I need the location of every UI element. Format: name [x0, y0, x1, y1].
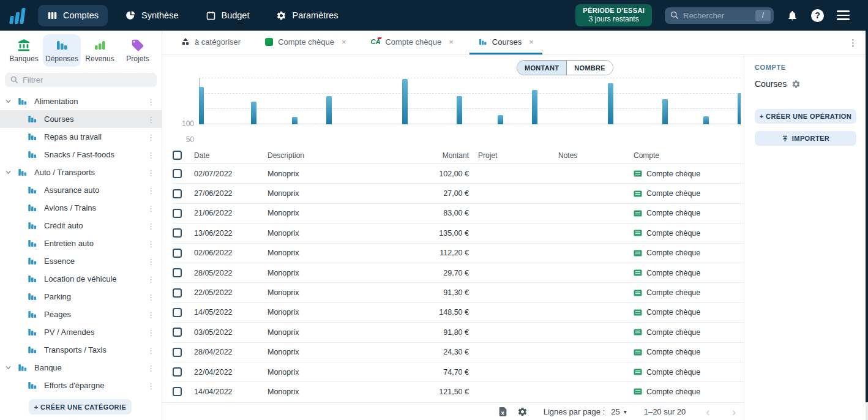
nav-synthese[interactable]: Synthèse [116, 5, 187, 26]
create-category-button[interactable]: + CRÉER UNE CATÉGORIE [29, 399, 132, 414]
tree-kebab-icon[interactable]: ⋮ [147, 293, 155, 301]
sidebar-category-item[interactable]: Entretien auto ⋮ [0, 234, 162, 252]
chevron-down-icon[interactable] [6, 99, 11, 104]
sidebar-tab-revenus[interactable]: Revenus [81, 34, 119, 67]
columns-icon [47, 10, 58, 21]
sidebar-category-item[interactable]: Avions / Trains ⋮ [0, 199, 162, 217]
sidebar-tab-projets[interactable]: Projets [119, 34, 157, 67]
table-row[interactable]: 02/07/2022 Monoprix 102,00 € Compte chèq… [173, 163, 744, 183]
sidebar-category-item[interactable]: Assurance auto ⋮ [0, 181, 162, 199]
chevron-down-icon[interactable] [6, 365, 11, 370]
help-icon[interactable]: ? [811, 9, 824, 22]
account-settings-gear-icon[interactable] [791, 80, 801, 89]
scrollbar-track[interactable] [866, 31, 868, 402]
app-logo[interactable] [10, 7, 24, 24]
tab-compte-cheque-1[interactable]: Compte chèque × [256, 31, 354, 54]
sidebar-category-item[interactable]: Banque ⋮ [0, 359, 162, 377]
import-button[interactable]: IMPORTER [755, 131, 856, 146]
row-checkbox[interactable] [173, 288, 182, 298]
nav-comptes[interactable]: Comptes [38, 5, 108, 26]
nav-parametres[interactable]: Paramètres [267, 5, 347, 26]
sidebar-tab-banques[interactable]: Banques [5, 34, 43, 67]
tree-kebab-icon[interactable]: ⋮ [147, 115, 155, 123]
tab-compte-cheque-2[interactable]: CA Compte chèque × [362, 31, 462, 54]
nav-budget[interactable]: Budget [196, 5, 259, 26]
sidebar-category-item[interactable]: Courses ⋮ [0, 110, 162, 128]
row-checkbox[interactable] [173, 249, 182, 258]
table-row[interactable]: 28/04/2022 Monoprix 24,30 € Compte chèqu… [173, 342, 744, 362]
hamburger-menu-icon[interactable] [837, 10, 850, 20]
close-icon[interactable]: × [449, 37, 454, 47]
global-search[interactable]: / [665, 7, 774, 24]
bell-icon[interactable] [787, 10, 798, 21]
sidebar-category-item[interactable]: Efforts d'épargne ⋮ [0, 377, 162, 394]
sidebar-category-item[interactable]: PV / Amendes ⋮ [0, 323, 162, 341]
tree-kebab-icon[interactable]: ⋮ [147, 151, 155, 159]
tab-bar-kebab-icon[interactable]: ⋮ [848, 37, 858, 48]
category-bars-icon [478, 37, 487, 47]
sidebar-category-item[interactable]: Péages ⋮ [0, 306, 162, 323]
export-file-icon[interactable] [498, 407, 507, 417]
create-operation-button[interactable]: + CRÉER UNE OPÉRATION [755, 109, 856, 124]
sidebar-category-item[interactable]: Crédit auto ⋮ [0, 217, 162, 234]
close-icon[interactable]: × [529, 37, 534, 47]
tree-kebab-icon[interactable]: ⋮ [147, 222, 155, 230]
table-row[interactable]: 27/06/2022 Monoprix 27,00 € Compte chèqu… [173, 183, 744, 203]
table-row[interactable]: 14/04/2022 Monoprix 121,50 € Compte chèq… [173, 381, 744, 401]
row-checkbox[interactable] [173, 268, 182, 277]
trial-badge[interactable]: PÉRIODE D'ESSAI 3 jours restants [575, 4, 652, 27]
tree-kebab-icon[interactable]: ⋮ [147, 204, 155, 212]
sidebar-category-item[interactable]: Alimentation ⋮ [0, 92, 162, 110]
tree-kebab-icon[interactable]: ⋮ [147, 364, 155, 372]
tree-kebab-icon[interactable]: ⋮ [147, 328, 155, 336]
tree-kebab-icon[interactable]: ⋮ [147, 168, 155, 176]
sidebar-tab-depenses[interactable]: Dépenses [43, 34, 81, 67]
select-all-checkbox[interactable] [173, 151, 182, 160]
table-row[interactable]: 22/05/2022 Monoprix 91,30 € Compte chèqu… [173, 282, 744, 302]
table-row[interactable]: 02/06/2022 Monoprix 112,20 € Compte chèq… [173, 243, 744, 263]
row-checkbox[interactable] [173, 367, 182, 377]
tree-kebab-icon[interactable]: ⋮ [147, 97, 155, 105]
tree-kebab-icon[interactable]: ⋮ [147, 275, 155, 283]
row-checkbox[interactable] [173, 308, 182, 317]
tree-kebab-icon[interactable]: ⋮ [147, 381, 155, 389]
table-row[interactable]: 21/06/2022 Monoprix 83,00 € Compte chèqu… [173, 203, 744, 223]
table-settings-gear-icon[interactable] [517, 407, 528, 417]
next-page-button[interactable]: › [730, 406, 738, 418]
sidebar-category-item[interactable]: Transports / Taxis ⋮ [0, 341, 162, 359]
tree-kebab-icon[interactable]: ⋮ [147, 346, 155, 354]
tree-kebab-icon[interactable]: ⋮ [147, 310, 155, 318]
sidebar-category-item[interactable]: Parking ⋮ [0, 288, 162, 306]
tree-kebab-icon[interactable]: ⋮ [147, 133, 155, 141]
sidebar-category-item[interactable]: Snacks / Fast-foods ⋮ [0, 146, 162, 163]
category-filter[interactable] [5, 73, 157, 87]
table-row[interactable]: 13/06/2022 Monoprix 135,00 € Compte chèq… [173, 223, 744, 242]
row-checkbox[interactable] [173, 328, 182, 337]
row-checkbox[interactable] [173, 169, 182, 178]
chevron-down-icon[interactable] [6, 170, 11, 175]
tree-kebab-icon[interactable]: ⋮ [147, 186, 155, 194]
sidebar-category-item[interactable]: Essence ⋮ [0, 252, 162, 270]
tab-courses[interactable]: Courses × [470, 31, 542, 54]
tree-kebab-icon[interactable]: ⋮ [147, 257, 155, 265]
table-row[interactable]: 28/05/2022 Monoprix 29,70 € Compte chèqu… [173, 263, 744, 282]
row-checkbox[interactable] [173, 228, 182, 238]
sidebar-category-item[interactable]: Auto / Transports ⋮ [0, 163, 162, 181]
row-checkbox[interactable] [173, 209, 182, 218]
rows-per-page-select[interactable]: 25 ▾ [611, 407, 627, 416]
close-icon[interactable]: × [342, 37, 346, 47]
filter-input[interactable] [23, 75, 151, 84]
sidebar-category-item[interactable]: Repas au travail ⋮ [0, 128, 162, 146]
row-checkbox[interactable] [173, 348, 182, 357]
search-input[interactable] [683, 11, 751, 20]
table-row[interactable]: 22/04/2022 Monoprix 74,70 € Compte chèqu… [173, 362, 744, 381]
table-row[interactable]: 14/05/2022 Monoprix 148,50 € Compte chèq… [173, 302, 744, 322]
sidebar-category-item[interactable]: Location de véhicule ⋮ [0, 270, 162, 288]
income-bars-icon [93, 39, 107, 52]
table-row[interactable]: 03/05/2022 Monoprix 91,80 € Compte chèqu… [173, 322, 744, 342]
previous-page-button[interactable]: ‹ [704, 406, 711, 418]
row-checkbox[interactable] [173, 387, 182, 396]
row-checkbox[interactable] [173, 189, 182, 198]
tree-kebab-icon[interactable]: ⋮ [147, 239, 155, 247]
tab-a-categoriser[interactable]: à catégoriser [173, 31, 249, 54]
